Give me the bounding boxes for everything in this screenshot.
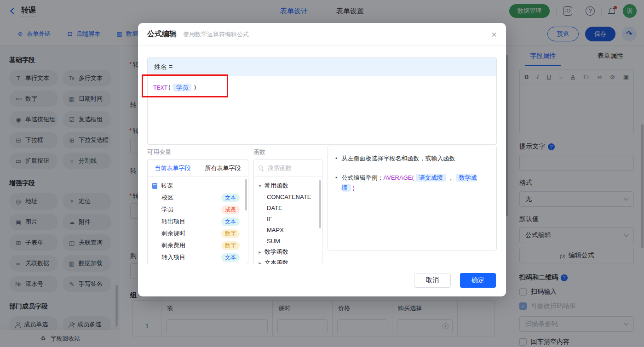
formula-editor: 姓名 = TEXT(学员)	[147, 57, 497, 145]
variables-scrollbar[interactable]	[245, 179, 247, 210]
function-group-math[interactable]: ▸数学函数	[258, 246, 318, 257]
function-item[interactable]: MAPX	[258, 224, 318, 235]
close-icon[interactable]: ×	[491, 30, 497, 39]
example-chip: 语文成绩	[416, 174, 446, 182]
variable-item[interactable]: 校区文本	[148, 192, 248, 204]
chevron-closed-icon: ▸	[258, 260, 262, 265]
type-badge: 文本	[221, 217, 240, 226]
variable-item[interactable]: 转入项目文本	[148, 251, 248, 263]
chevron-closed-icon: ▸	[258, 249, 262, 255]
confirm-button[interactable]: 确定	[460, 273, 496, 288]
type-badge: 文本	[221, 193, 240, 202]
modal-subtitle: 使用数学运算符编辑公式	[183, 30, 249, 39]
type-badge: 数字	[221, 229, 240, 238]
variable-form-root[interactable]: 转课	[148, 180, 248, 192]
variable-item[interactable]: 转出项目文本	[148, 216, 248, 228]
cancel-button[interactable]: 取消	[414, 273, 451, 288]
functions-label: 函数	[253, 148, 322, 156]
type-badge: 成员	[221, 205, 240, 214]
function-item[interactable]: CONCATENATE	[258, 191, 318, 202]
search-icon	[259, 165, 264, 171]
function-item[interactable]: SUM	[258, 235, 318, 246]
variable-item[interactable]: 剩余费用数字	[148, 239, 248, 251]
functions-panel: ▾常用函数 CONCATENATE DATE IF MAPX SUM ▸数学函数…	[253, 159, 322, 264]
tab-current-form-fields[interactable]: 当前表单字段	[148, 160, 198, 176]
chevron-open-icon: ▾	[258, 183, 262, 189]
function-group-common[interactable]: ▾常用函数	[258, 180, 318, 191]
form-doc-icon	[152, 183, 157, 189]
tip-example: • 公式编辑举例：AVERAGE(语文成绩，数学成绩)	[335, 173, 489, 193]
variable-item[interactable]: 学员成员	[148, 204, 248, 216]
function-search[interactable]	[254, 160, 322, 176]
variables-label: 可用变量	[147, 148, 248, 156]
function-item[interactable]: IF	[258, 213, 318, 224]
variables-panel: 当前表单字段 所有表单字段 转课 校区文本 学员成员 转出项目文本 剩余课时数字…	[147, 159, 248, 264]
tab-all-form-fields[interactable]: 所有表单字段	[198, 160, 248, 176]
modal-title: 公式编辑	[147, 29, 177, 39]
formula-target: 姓名 =	[148, 58, 496, 76]
type-badge: 文本	[221, 253, 240, 262]
example-function: AVERAGE(	[384, 174, 414, 181]
variable-item[interactable]: 剩余课时数字	[148, 228, 248, 239]
function-group-text[interactable]: ▸文本函数	[258, 257, 318, 264]
formula-edit-modal: 公式编辑 使用数学运算符编辑公式 × 姓名 = TEXT(学员) 可用变量 当前…	[138, 23, 506, 296]
functions-scrollbar[interactable]	[319, 180, 321, 228]
app-window: 转课 表单设计 表单设置 数据管理 ? 训 ⊘ 表单外链 ⊡ 后端脚本	[0, 0, 644, 347]
function-search-input[interactable]	[267, 164, 317, 172]
type-badge: 数字	[221, 241, 240, 250]
tips-panel: •从左侧面板选择字段名和函数，或输入函数 • 公式编辑举例：AVERAGE(语文…	[328, 146, 497, 250]
tip-line: •从左侧面板选择字段名和函数，或输入函数	[335, 154, 489, 164]
annotation-highlight-box	[142, 74, 228, 97]
function-item[interactable]: DATE	[258, 202, 318, 213]
